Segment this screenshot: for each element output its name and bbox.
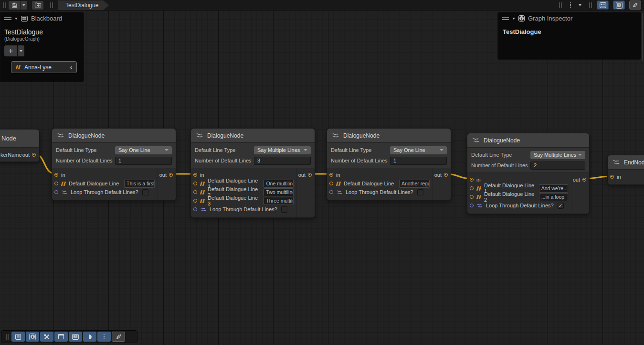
line-count-field[interactable]: 1 — [390, 157, 447, 165]
add-property-button[interactable]: + — [4, 45, 17, 56]
dialogue-line-field[interactable]: Three multili — [264, 197, 294, 205]
in-port[interactable] — [193, 173, 197, 177]
tools-button[interactable] — [40, 332, 53, 342]
audio-preview-button[interactable] — [83, 332, 96, 342]
quote-icon — [200, 190, 205, 194]
dialogue-line-port[interactable] — [470, 195, 474, 199]
node-title-bar[interactable]: DialogueNode — [191, 129, 315, 143]
graph-inspector-toggle-button[interactable]: i — [613, 0, 625, 10]
loop-port[interactable] — [54, 190, 58, 194]
panel-menu-icon[interactable] — [502, 17, 509, 20]
blackboard-button[interactable] — [69, 332, 82, 342]
dialogue-line-field[interactable]: Another regu — [399, 180, 430, 188]
dialogue-line-port[interactable] — [193, 190, 197, 194]
in-port-label: in — [617, 174, 621, 180]
dialogue-node-3[interactable]: DialogueNode Default Line Type Say One L… — [327, 128, 451, 201]
dialogue-line-port[interactable] — [193, 199, 197, 203]
dialogue-node-2[interactable]: DialogueNode Default Line Type Say Multi… — [190, 128, 315, 218]
line-count-field[interactable]: 1 — [115, 157, 172, 165]
out-port-label: out — [22, 152, 30, 158]
dialogue-node-1[interactable]: DialogueNode Default Line Type Say One L… — [52, 128, 176, 201]
speaker-node[interactable]: Node kerName out — [0, 129, 40, 162]
loop-checkbox[interactable] — [417, 189, 423, 195]
dialogue-node-4[interactable]: DialogueNode Default Line Type Say Multi… — [467, 133, 590, 214]
inspector-button[interactable]: i — [26, 332, 39, 342]
graph-inspector-panel: i Graph Inspector TestDialogue — [497, 12, 641, 60]
out-port[interactable] — [169, 173, 173, 177]
loop-checkbox[interactable]: ✓ — [558, 203, 564, 209]
node-title-bar[interactable]: EndNode — [608, 155, 644, 170]
in-port[interactable] — [54, 173, 58, 177]
loop-checkbox[interactable] — [281, 206, 287, 213]
loop-port[interactable] — [470, 204, 474, 207]
dialogue-line-field[interactable]: Two multiline — [264, 188, 294, 196]
graph-inspector-header[interactable]: i Graph Inspector — [498, 12, 641, 24]
console-button[interactable] — [11, 332, 25, 342]
chevron-down-icon — [20, 50, 22, 52]
overflow-button[interactable] — [97, 332, 111, 342]
save-button[interactable] — [9, 1, 20, 10]
line-type-dropdown[interactable]: Say Multiple Lines — [530, 151, 585, 159]
overflow-dropdown-button[interactable] — [577, 1, 583, 10]
in-port-label: in — [476, 177, 481, 183]
dialogue-line-field[interactable]: This is a first — [124, 180, 155, 188]
blackboard-header[interactable]: Blackboard — [0, 12, 84, 24]
quote-icon — [61, 182, 66, 186]
save-dropdown-button[interactable] — [21, 1, 27, 10]
in-port[interactable] — [329, 173, 333, 177]
dialogue-node-icon — [472, 137, 480, 143]
overflow-menu-button[interactable] — [565, 1, 576, 10]
loop-port[interactable] — [193, 207, 197, 211]
line-type-dropdown[interactable]: Say One Line — [390, 146, 447, 154]
in-port[interactable] — [470, 178, 474, 182]
dialogue-line-field[interactable]: And we're... — [539, 184, 568, 193]
out-port[interactable] — [582, 178, 586, 182]
end-node[interactable]: EndNode in — [607, 155, 644, 185]
open-asset-button[interactable] — [32, 1, 43, 10]
node-title-bar[interactable]: DialogueNode — [467, 133, 589, 148]
graph-canvas[interactable]: TestDialogue i — [0, 0, 644, 345]
dialogue-line-field[interactable]: One multiline — [264, 180, 294, 188]
line-count-field[interactable]: 2 — [530, 162, 585, 170]
add-property-dropdown-button[interactable] — [18, 45, 24, 56]
blackboard-toggle-button[interactable] — [597, 0, 609, 10]
line-count-field[interactable]: 3 — [254, 157, 311, 165]
dialogue-line-port[interactable] — [193, 182, 197, 185]
collapse-chevron-icon[interactable]: ‹ — [70, 64, 72, 71]
loop-icon — [200, 207, 207, 212]
node-title-bar[interactable]: DialogueNode — [327, 129, 451, 143]
out-port-label: out — [434, 172, 442, 178]
line-type-dropdown[interactable]: Say Multiple Lines — [254, 146, 311, 154]
toolbar-drag-handle[interactable] — [3, 2, 6, 8]
dialogue-line-port[interactable] — [329, 182, 333, 185]
dialogue-line-field[interactable]: ...in a loop — [539, 193, 568, 201]
minimap-button[interactable] — [112, 332, 125, 342]
minimap-toggle-button[interactable] — [629, 0, 641, 10]
toolbar-drag-handle[interactable] — [6, 334, 9, 340]
out-port[interactable] — [308, 173, 312, 177]
node-title-bar[interactable]: DialogueNode — [52, 129, 176, 143]
collapse-triangle-icon[interactable] — [512, 18, 515, 20]
toolbar-drag-handle[interactable] — [50, 2, 53, 8]
window-button[interactable] — [54, 332, 68, 342]
graph-tab[interactable]: TestDialogue — [58, 0, 109, 10]
panel-menu-icon[interactable] — [4, 17, 11, 20]
node-title-bar[interactable]: Node — [0, 129, 39, 148]
loop-port[interactable] — [329, 190, 333, 194]
in-port[interactable] — [610, 175, 614, 179]
line-type-dropdown[interactable]: Say One Line — [115, 146, 172, 154]
collapse-triangle-icon[interactable] — [15, 18, 18, 20]
blackboard-field-anna-lyse[interactable]: Anna-Lyse ‹ — [11, 61, 77, 73]
out-port[interactable] — [444, 173, 448, 177]
loop-icon — [476, 203, 483, 208]
out-port[interactable] — [32, 153, 36, 157]
dialogue-node-icon — [196, 132, 203, 139]
toolbar-drag-handle[interactable] — [559, 2, 562, 8]
quill-icon — [116, 334, 122, 340]
toolbar-drag-handle[interactable] — [589, 2, 592, 8]
panel-resize-handle[interactable] — [642, 13, 643, 61]
dropdown-value: Say Multiple Lines — [257, 147, 304, 153]
loop-checkbox[interactable] — [142, 189, 148, 195]
dialogue-line-port[interactable] — [54, 182, 58, 185]
dialogue-line-port[interactable] — [470, 186, 474, 190]
